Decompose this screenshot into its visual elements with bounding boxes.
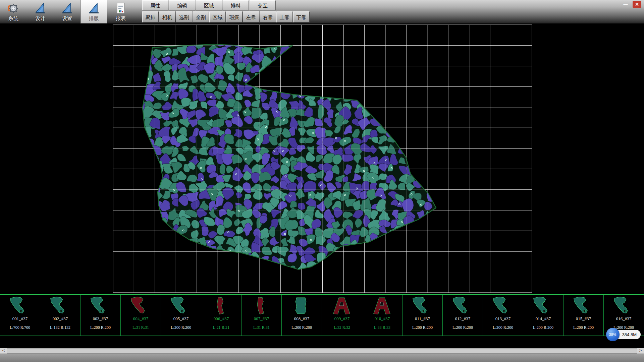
horizontal-scrollbar[interactable]: < > (0, 348, 644, 354)
piece-id-label: 003_#37 (93, 316, 108, 321)
piece-id-label: 004_#37 (133, 316, 149, 321)
app-toolbar: 系统设计设置排版报表 (0, 0, 134, 23)
nesting-canvas[interactable] (0, 23, 644, 294)
piece-thumbnail-8[interactable]: 008_#37L:200 R:200 (282, 295, 322, 336)
piece-id-label: 016_#37 (616, 316, 632, 321)
piece-lr-label: L:200 R:200 (412, 325, 433, 330)
tool-button-2[interactable]: 相机 (159, 11, 175, 22)
piece-shape (203, 296, 240, 316)
piece-shape (364, 296, 401, 316)
piece-id-label: 001_#37 (12, 316, 28, 321)
tool-button-7[interactable]: 左靠 (243, 11, 259, 22)
menu-tabs: 属性编辑区域排料交互 (142, 0, 310, 10)
piece-lr-label: L:31 R:31 (253, 325, 270, 330)
piece-shape (444, 296, 481, 316)
piece-shape (605, 296, 642, 316)
piece-thumbnail-strip: 001_#37L:700 R:700002_#37L:132 R:132003_… (0, 294, 644, 336)
piece-lr-label: L:200 R:200 (493, 325, 513, 330)
sail-icon (61, 2, 73, 15)
app-button-3[interactable]: 设置 (54, 0, 80, 23)
piece-lr-label: L:33 R:33 (374, 325, 390, 330)
tool-button-9[interactable]: 上靠 (276, 11, 293, 22)
report-icon (114, 2, 127, 15)
scroll-left-arrow[interactable]: < (1, 348, 6, 354)
scrollbar-thumb[interactable] (7, 348, 637, 354)
scroll-right-arrow[interactable]: > (638, 348, 643, 354)
memory-badge: 38% 384.8M (606, 328, 641, 341)
piece-id-label: 008_#37 (294, 316, 310, 321)
piece-lr-label: L:200 R:200 (533, 325, 553, 330)
piece-id-label: 006_#37 (214, 316, 229, 321)
piece-lr-label: L:200 R:200 (90, 325, 111, 330)
piece-thumbnail-2[interactable]: 002_#37L:132 R:132 (40, 295, 80, 336)
piece-thumbnail-9[interactable]: 009_#37L:32 R:32 (322, 295, 362, 336)
piece-lr-label: L:700 R:700 (10, 325, 30, 330)
app-button-2[interactable]: 设计 (27, 0, 54, 23)
piece-lr-label: L:200 R:200 (171, 325, 191, 330)
sail-icon (34, 2, 47, 15)
tool-button-8[interactable]: 右靠 (260, 11, 276, 22)
app-button-4[interactable]: 排版 (80, 0, 107, 23)
piece-thumbnail-12[interactable]: 012_#37L:200 R:200 (443, 295, 483, 336)
piece-shape (324, 296, 361, 316)
menu-tab-3[interactable]: 区域 (196, 0, 222, 10)
status-strip (0, 354, 644, 362)
gear-icon (7, 2, 20, 15)
tool-button-4[interactable]: 全割 (193, 11, 209, 22)
piece-lr-label: L:200 R:200 (452, 325, 473, 330)
piece-id-label: 007_#37 (254, 316, 269, 321)
piece-lr-label: L:31 R:31 (132, 325, 149, 330)
tool-button-6[interactable]: 瑕疵 (226, 11, 243, 22)
piece-id-label: 013_#37 (495, 316, 511, 321)
app-button-label: 设计 (35, 15, 45, 22)
sail-icon (88, 2, 100, 15)
piece-thumbnail-15[interactable]: 015_#37L:200 R:200 (564, 295, 604, 336)
piece-lr-label: L:132 R:132 (50, 325, 70, 330)
piece-lr-label: L:200 R:200 (573, 325, 594, 330)
piece-thumbnail-3[interactable]: 003_#37L:200 R:200 (80, 295, 121, 336)
menu-tab-5[interactable]: 交互 (250, 0, 276, 10)
piece-shape (565, 296, 602, 316)
piece-thumbnail-6[interactable]: 006_#37L:21 R:21 (201, 295, 241, 336)
piece-shape (485, 296, 522, 316)
piece-id-label: 010_#37 (375, 316, 390, 321)
piece-shape (122, 296, 159, 316)
progress-circle: 38% (606, 328, 620, 341)
menu-tab-4[interactable]: 排料 (223, 0, 249, 10)
piece-lr-label: L:200 R:200 (291, 325, 312, 330)
tool-row: 聚排相机选割全割区域瑕疵左靠右靠上靠下靠 (142, 11, 310, 22)
piece-lr-label: L:32 R:32 (334, 325, 350, 330)
piece-thumbnail-11[interactable]: 011_#37L:200 R:200 (402, 295, 443, 336)
piece-shape (404, 296, 441, 316)
piece-thumbnail-10[interactable]: 010_#37L:33 R:33 (362, 295, 402, 336)
menu-area: 属性编辑区域排料交互 聚排相机选割全割区域瑕疵左靠右靠上靠下靠 (142, 0, 310, 22)
minimize-button[interactable]: — (621, 1, 630, 8)
piece-thumbnail-5[interactable]: 005_#37L:200 R:200 (161, 295, 201, 336)
piece-lr-label: L:21 R:21 (213, 325, 229, 330)
app-button-5[interactable]: 报表 (107, 0, 134, 23)
piece-shape (243, 296, 280, 316)
hide-nesting-view (0, 23, 644, 294)
app-button-label: 设置 (62, 15, 72, 22)
app-button-label: 排版 (89, 15, 99, 22)
piece-thumbnail-13[interactable]: 013_#37L:200 R:200 (483, 295, 523, 336)
menu-tab-2[interactable]: 编辑 (169, 0, 195, 10)
piece-id-label: 015_#37 (576, 316, 591, 321)
tool-button-10[interactable]: 下靠 (293, 11, 310, 22)
piece-thumbnail-4[interactable]: 004_#37L:31 R:31 (121, 295, 161, 336)
piece-shape (283, 296, 320, 316)
tool-button-1[interactable]: 聚排 (142, 11, 159, 22)
piece-id-label: 014_#37 (536, 316, 551, 321)
piece-thumbnail-1[interactable]: 001_#37L:700 R:700 (0, 295, 40, 336)
piece-thumbnail-14[interactable]: 014_#37L:200 R:200 (523, 295, 564, 336)
tool-button-3[interactable]: 选割 (176, 11, 192, 22)
app-button-1[interactable]: 系统 (0, 0, 27, 23)
close-button[interactable]: ✕ (633, 1, 641, 8)
menu-tab-1[interactable]: 属性 (142, 0, 168, 10)
piece-shape (82, 296, 119, 316)
app-button-label: 报表 (116, 15, 126, 22)
tool-button-5[interactable]: 区域 (209, 11, 226, 22)
piece-shape (163, 296, 200, 316)
piece-thumbnail-7[interactable]: 007_#37L:31 R:31 (241, 295, 282, 336)
titlebar: 系统设计设置排版报表 属性编辑区域排料交互 聚排相机选割全割区域瑕疵左靠右靠上靠… (0, 0, 644, 23)
